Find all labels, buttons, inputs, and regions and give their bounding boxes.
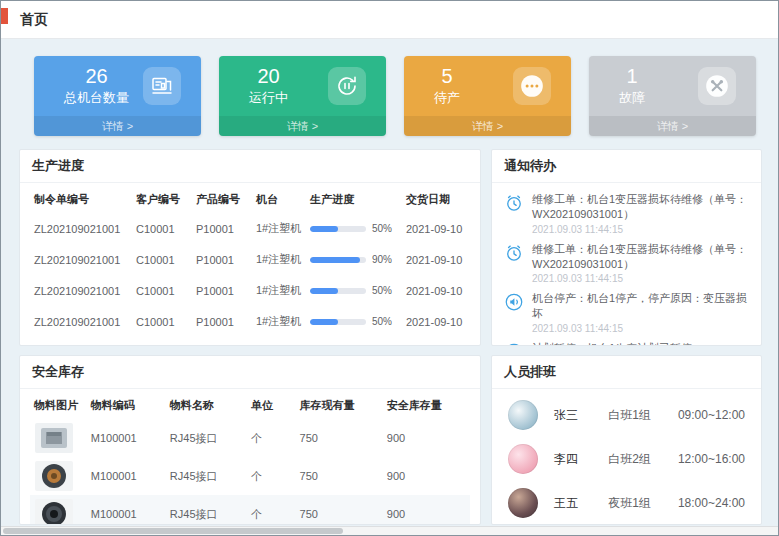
progress-percent: 50% xyxy=(372,223,392,234)
cell-machine: 1#注塑机 xyxy=(252,213,306,244)
cell-delivery-date: 2021-09-10 xyxy=(402,306,472,337)
speaker-icon xyxy=(504,342,524,346)
cell-delivery-date: 2021-09-10 xyxy=(402,275,472,306)
top-bar: 首页 xyxy=(1,1,778,39)
cell-order-no: ZL202109021001 xyxy=(30,275,132,306)
running-icon xyxy=(328,67,366,105)
stat-detail-link[interactable]: 详情 > xyxy=(219,116,386,136)
progress-percent: 50% xyxy=(372,316,392,327)
stat-label: 故障 xyxy=(619,89,645,107)
notification-item[interactable]: 机台停产：机台1停产，停产原因：变压器损坏 2021.09.03 11:44:1… xyxy=(504,291,749,334)
staff-shift: 白班2组 xyxy=(608,451,678,468)
cell-progress: 50% xyxy=(306,306,402,337)
col-safety-stock: 安全库存量 xyxy=(383,389,470,419)
cell-stock-on-hand: 750 xyxy=(296,495,383,525)
cell-unit: 个 xyxy=(247,419,296,457)
cell-machine: 1#注塑机 xyxy=(252,275,306,306)
table-header-row: 物料图片 物料编码 物料名称 单位 库存现有量 安全库存量 xyxy=(30,389,470,419)
col-unit: 单位 xyxy=(247,389,296,419)
table-row[interactable]: ZL202109021001 C10001 P10001 1#注塑机 90% 2… xyxy=(30,244,472,275)
avatar xyxy=(508,400,538,430)
table-row[interactable]: M100001 RJ45接口 个 750 900 xyxy=(30,457,470,495)
alarm-clock-icon xyxy=(504,243,524,263)
stat-card-running[interactable]: 20 运行中 详情 > xyxy=(219,56,386,136)
scrollbar-thumb[interactable] xyxy=(3,528,343,534)
cell-stock-on-hand: 750 xyxy=(296,419,383,457)
col-machine: 机台 xyxy=(252,183,306,213)
stat-detail-link[interactable]: 详情 > xyxy=(589,116,756,136)
production-table-wrap: 制令单编号 客户编号 产品编号 机台 生产进度 交货日期 ZL202109021… xyxy=(20,183,480,346)
notification-list: 维修工单：机台1变压器损坏待维修（单号：WX202109031001） 2021… xyxy=(492,183,761,346)
stat-label: 运行中 xyxy=(249,89,288,107)
table-row[interactable]: ZL202109021001 C10001 P10001 1#注塑机 50% 2… xyxy=(30,306,472,337)
stat-value: 5 xyxy=(434,65,460,87)
stat-detail-link[interactable]: 详情 > xyxy=(34,116,201,136)
cell-customer-no: C10001 xyxy=(132,213,192,244)
cell-product-no: P10001 xyxy=(192,275,252,306)
stat-card-body: 20 运行中 xyxy=(219,56,386,107)
notification-time: 2021.09.03 11:44:15 xyxy=(532,224,749,235)
stat-card-info: 1 故障 xyxy=(619,65,645,107)
stat-card-info: 5 待产 xyxy=(434,65,460,107)
cell-material-image xyxy=(30,495,87,525)
staff-time-range: 12:00~16:00 xyxy=(678,452,745,466)
table-row[interactable]: ZL202109021001 C10001 P10001 1#注塑机 50% 2… xyxy=(30,213,472,244)
staff-name: 张三 xyxy=(554,407,608,424)
schedule-row[interactable]: 张三 白班1组 09:00~12:00 xyxy=(492,393,761,437)
notification-time: 2021.09.03 11:44:15 xyxy=(532,273,749,284)
stat-card-fault[interactable]: 1 故障 详情 > xyxy=(589,56,756,136)
cell-material-name: RJ45接口 xyxy=(166,495,247,525)
cell-order-no: ZL202109021001 xyxy=(30,213,132,244)
staff-time-range: 09:00~12:00 xyxy=(678,408,745,422)
progress-percent: 90% xyxy=(372,254,392,265)
schedule-row[interactable]: 李四 白班2组 12:00~16:00 xyxy=(492,437,761,481)
staff-shift: 夜班1组 xyxy=(608,495,678,512)
cell-material-name: RJ45接口 xyxy=(166,457,247,495)
notification-item[interactable]: 维修工单：机台1变压器损坏待维修（单号：WX202109031001） 2021… xyxy=(504,192,749,235)
table-row[interactable]: M100001 RJ45接口 个 750 900 xyxy=(30,419,470,457)
inventory-table: 物料图片 物料编码 物料名称 单位 库存现有量 安全库存量 xyxy=(30,389,470,525)
table-row[interactable]: M100001 RJ45接口 个 750 900 xyxy=(30,495,470,525)
cell-delivery-date: 2021-09-10 xyxy=(402,244,472,275)
cell-unit: 个 xyxy=(247,495,296,525)
notification-text: 维修工单：机台1变压器损坏待维修（单号：WX202109031001） xyxy=(532,242,749,272)
alarm-clock-icon xyxy=(504,193,524,213)
notification-item[interactable]: 计划暂停：机台1生产计划已暂停 2021.09.03 11:44:15 xyxy=(504,341,749,346)
schedule-row[interactable]: 王五 夜班1组 18:00~24:00 xyxy=(492,481,761,525)
progress-bar xyxy=(310,257,366,263)
notification-content: 机台停产：机台1停产，停产原因：变压器损坏 2021.09.03 11:44:1… xyxy=(532,291,749,334)
col-material-name: 物料名称 xyxy=(166,389,247,419)
stat-card-waiting[interactable]: 5 待产 详情 > xyxy=(404,56,571,136)
page-title: 首页 xyxy=(20,11,48,29)
col-stock-on-hand: 库存现有量 xyxy=(296,389,383,419)
production-table: 制令单编号 客户编号 产品编号 机台 生产进度 交货日期 ZL202109021… xyxy=(30,183,472,346)
col-delivery-date: 交货日期 xyxy=(402,183,472,213)
cell-machine: 1#注塑机 xyxy=(252,306,306,337)
cell-order-no: ZL202109021001 xyxy=(30,337,132,346)
table-row[interactable]: ZL202109021001 C10001 P10001 1#注塑机 50% 2… xyxy=(30,275,472,306)
col-order-no: 制令单编号 xyxy=(30,183,132,213)
notification-content: 维修工单：机台1变压器损坏待维修（单号：WX202109031001） 2021… xyxy=(532,242,749,285)
avatar xyxy=(508,488,538,518)
cell-order-no: ZL202109021001 xyxy=(30,244,132,275)
progress-bar xyxy=(310,226,366,232)
cell-progress: 90% xyxy=(306,244,402,275)
progress-bar xyxy=(310,319,366,325)
notification-content: 计划暂停：机台1生产计划已暂停 2021.09.03 11:44:15 xyxy=(532,341,692,346)
cell-machine: 1#注塑机 xyxy=(252,337,306,346)
stat-card-body: 5 待产 xyxy=(404,56,571,107)
stat-value: 20 xyxy=(249,65,288,87)
rj45-connector-photo xyxy=(34,422,74,454)
panel-title-schedule: 人员排班 xyxy=(492,356,761,389)
cell-product-no: P10001 xyxy=(192,244,252,275)
table-row[interactable]: ZL202109021001 C10001 P10001 1#注塑机 50% 2… xyxy=(30,337,472,346)
cell-customer-no: C10001 xyxy=(132,337,192,346)
stat-card-total-machines[interactable]: 26 总机台数量 详情 > xyxy=(34,56,201,136)
notification-item[interactable]: 维修工单：机台1变压器损坏待维修（单号：WX202109031001） 2021… xyxy=(504,242,749,285)
dashboard-screen: 首页 26 总机台数量 详情 > xyxy=(0,0,779,536)
horizontal-scrollbar[interactable] xyxy=(1,526,778,535)
cell-material-code: M100001 xyxy=(87,457,166,495)
cell-progress: 50% xyxy=(306,337,402,346)
stat-detail-link[interactable]: 详情 > xyxy=(404,116,571,136)
staff-name: 王五 xyxy=(554,495,608,512)
